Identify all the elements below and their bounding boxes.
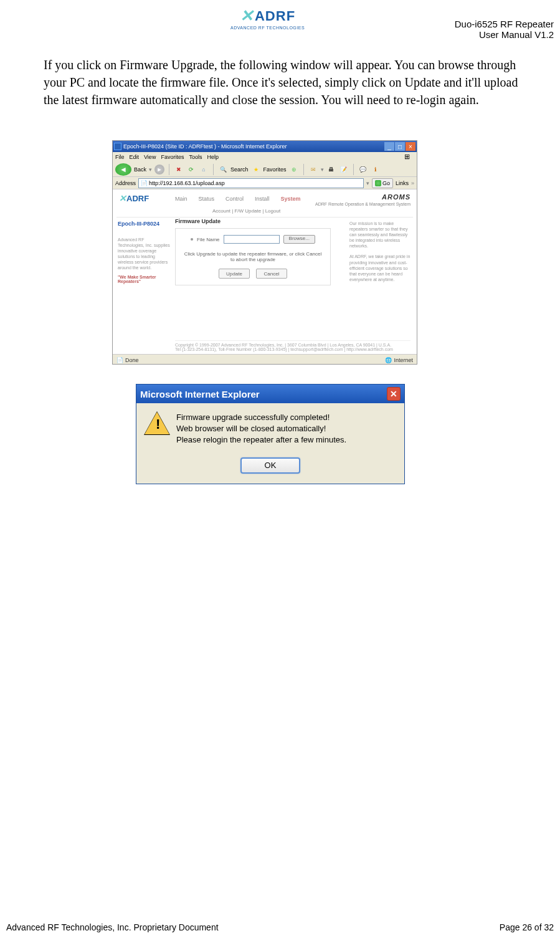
aroms-subtitle: ADRF Remote Operation & Management Syste… (315, 202, 411, 206)
logo-text: ADRF (255, 8, 295, 24)
web-main-panel: Firmware Update File Name Browse... Clic… (175, 218, 331, 285)
internet-icon: 🌐 (385, 357, 392, 363)
dialog-line-2: Web browser will be closed automatically… (176, 423, 346, 434)
web-logo: ✕ADRF (119, 193, 149, 203)
nav-main[interactable]: Main (175, 196, 187, 202)
discuss-icon[interactable]: 💬 (358, 165, 368, 174)
bullet-icon (191, 238, 193, 241)
warning-icon: ! (145, 412, 169, 436)
nav-system[interactable]: System (281, 196, 301, 202)
menu-file[interactable]: File (115, 154, 125, 160)
close-button[interactable]: × (406, 142, 415, 151)
links-label[interactable]: Links (396, 180, 409, 186)
web-nav: Main Status Control Install System (175, 196, 301, 202)
header-logo: ✕ ADRF ADVANCED RF TECHNOLOGIES (230, 6, 305, 30)
ie-toolbar: ◄ Back ▾ ► ✖ ⟳ ⌂ 🔍 Search ★ Favorites ⊕ … (113, 162, 417, 177)
refresh-icon[interactable]: ⟳ (186, 165, 196, 174)
edit-icon[interactable]: 📝 (339, 165, 349, 174)
footer-right: Page 26 of 32 (500, 922, 554, 932)
menu-edit[interactable]: Edit (130, 154, 140, 160)
stop-icon[interactable]: ✖ (174, 165, 184, 174)
go-button[interactable]: Go (372, 178, 393, 188)
status-done: Done (125, 357, 139, 363)
aroms-title: AROMS (382, 193, 411, 201)
address-input[interactable]: 📄 http://192.168.63.1/upload.asp (138, 178, 364, 188)
minimize-button[interactable]: _ (384, 142, 394, 151)
logo-subtitle: ADVANCED RF TECHNOLOGIES (230, 26, 305, 30)
favorites-icon[interactable]: ★ (251, 165, 261, 174)
panel-title: Firmware Update (175, 218, 331, 224)
search-icon[interactable]: 🔍 (218, 165, 228, 174)
forward-icon[interactable]: ► (154, 165, 164, 174)
nav-status[interactable]: Status (199, 196, 215, 202)
home-icon[interactable]: ⌂ (199, 165, 209, 174)
dialog-line-3: Please relogin the repeater after a few … (176, 434, 346, 446)
address-label: Address (115, 180, 136, 186)
sidebar-model: Epoch-III-P8024 (118, 221, 171, 227)
print-icon[interactable]: 🖶 (326, 165, 336, 174)
file-name-label: File Name (197, 237, 219, 242)
ie-menubar: File Edit View Favorites Tools Help ⊞ (113, 152, 417, 162)
favorites-label: Favorites (263, 166, 287, 173)
dialog-message: Firmware upgrade successfully completed!… (176, 412, 346, 446)
header-right: Duo-i6525 RF Repeater User Manual V1.2 (455, 19, 554, 40)
body-paragraph: If you click on Firmware Upgrade, the fo… (44, 56, 523, 108)
menu-help[interactable]: Help (207, 154, 219, 160)
dialog-screenshot: Microsoft Internet Explorer ✕ ! Firmware… (136, 384, 405, 484)
back-button[interactable]: ◄ (115, 163, 131, 176)
browser-screenshot: Epoch-III-P8024 (Site ID : ADRFtest ) - … (112, 140, 417, 365)
update-button[interactable]: Update (219, 269, 250, 279)
product-name: Duo-i6525 RF Repeater (455, 19, 554, 29)
menu-favorites[interactable]: Favorites (161, 154, 184, 160)
windows-flag-icon: ⊞ (404, 153, 414, 161)
dialog-close-button[interactable]: ✕ (387, 387, 401, 401)
mission-text-2: At ADRF, we take great pride in providin… (349, 254, 412, 282)
instruction-text: Click Upgrade to update the repeater fir… (182, 251, 324, 262)
ok-button[interactable]: OK (240, 457, 300, 474)
nav-install[interactable]: Install (255, 196, 270, 202)
sidebar-tagline: "We Make Smarter Repeaters" (118, 275, 171, 284)
manual-version: User Manual V1.2 (455, 29, 554, 40)
dialog-title: Microsoft Internet Explorer (140, 389, 260, 399)
research-icon[interactable]: ℹ (371, 165, 381, 174)
menu-tools[interactable]: Tools (189, 154, 202, 160)
browse-button[interactable]: Browse... (283, 235, 315, 244)
web-right-sidebar: Our mission is to make repeaters smarter… (349, 221, 412, 287)
web-sidebar: Epoch-III-P8024 Advanced RF Technologies… (118, 221, 171, 284)
menu-view[interactable]: View (144, 154, 156, 160)
status-internet: Internet (394, 357, 413, 363)
logo-icon: ✕ (240, 6, 254, 26)
sidebar-desc: Advanced RF Technologies, Inc. supplies … (118, 237, 171, 271)
ie-addressbar: Address 📄 http://192.168.63.1/upload.asp… (113, 177, 417, 189)
cancel-button[interactable]: Cancel (256, 269, 287, 279)
ie-icon (114, 143, 121, 150)
web-footer: Copyright © 1999-2007 Advanced RF Techno… (175, 340, 411, 351)
dialog-titlebar: Microsoft Internet Explorer ✕ (136, 385, 404, 403)
maximize-button[interactable]: □ (395, 142, 405, 151)
window-title: Epoch-III-P8024 (Site ID : ADRFtest ) - … (123, 143, 287, 150)
dialog-line-1: Firmware upgrade successfully completed! (176, 412, 346, 423)
ie-titlebar: Epoch-III-P8024 (Site ID : ADRFtest ) - … (113, 141, 417, 152)
back-label: Back (134, 166, 146, 173)
page-footer: Advanced RF Technologies, Inc. Proprieta… (6, 922, 554, 932)
search-label: Search (230, 166, 249, 173)
web-subnav[interactable]: Account | F/W Update | Logout (212, 208, 280, 214)
ie-statusbar: 📄 Done 🌐 Internet (113, 354, 417, 365)
mail-icon[interactable]: ✉ (308, 165, 318, 174)
nav-control[interactable]: Control (225, 196, 244, 202)
footer-left: Advanced RF Technologies, Inc. Proprieta… (6, 922, 219, 932)
copyright-text: Copyright © 1999-2007 Advanced RF Techno… (175, 343, 411, 347)
web-content: ✕ADRF Main Status Control Install System… (113, 189, 417, 354)
media-icon[interactable]: ⊕ (289, 165, 299, 174)
file-input[interactable] (224, 235, 280, 244)
contact-text: Tel (1-323-254-8131), Toll-Free Number (… (175, 347, 411, 351)
mission-text-1: Our mission is to make repeaters smarter… (349, 221, 412, 249)
